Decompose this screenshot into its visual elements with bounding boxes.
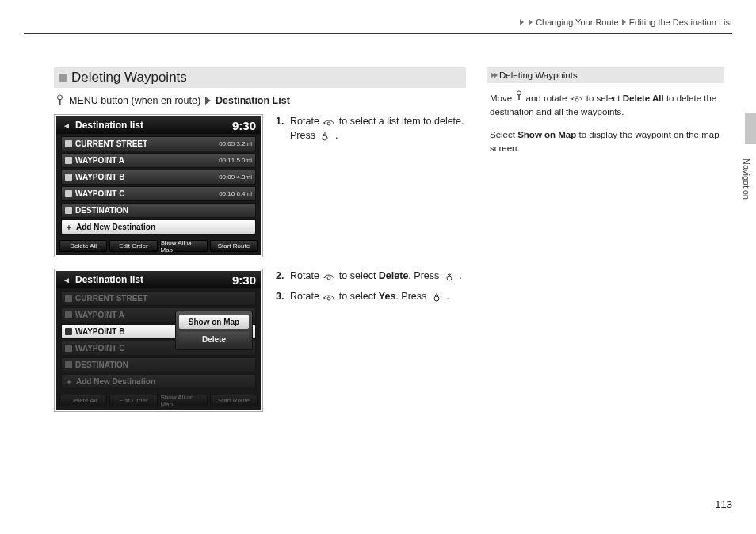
popup-delete: Delete (179, 332, 249, 346)
device-button: Show All on Map (160, 395, 208, 406)
svg-point-2 (327, 122, 330, 125)
rotate-dial-icon (323, 272, 335, 281)
back-icon: ◄ (61, 274, 72, 285)
side-paragraph-2: Select Show on Map to display the waypoi… (490, 128, 721, 156)
svg-point-3 (323, 135, 327, 140)
divider (24, 33, 732, 34)
arrow-right-icon (520, 19, 524, 25)
svg-point-5 (447, 276, 452, 280)
device-button: Edit Order (109, 395, 157, 406)
step-2: 2. Rotate to select Delete. Press . (276, 269, 466, 283)
list-item: WAYPOINT C 00:10 6.4mi (61, 186, 256, 201)
back-icon: ◄ (61, 120, 72, 131)
popup-show-on-map: Show on Map (179, 315, 249, 329)
list-item: CURRENT STREET 00:05 3.2mi (61, 136, 256, 151)
pin-icon (65, 157, 72, 164)
page-number: 113 (715, 498, 732, 510)
arrow-right-icon (205, 97, 211, 105)
svg-rect-1 (59, 99, 61, 105)
device-clock: 9:30 (232, 119, 256, 132)
menu-path-target: Destination List (216, 95, 290, 106)
device-title: Destination list (75, 120, 143, 131)
context-popup: Show on Map Delete (175, 311, 253, 350)
device-screenshot-1: ◄ Destination list 9:30 CURRENT STREET 0… (54, 114, 263, 257)
step-3: 3. Rotate to select Yes. Press . (276, 289, 466, 303)
breadcrumb-item: Editing the Destination List (629, 17, 732, 27)
square-bullet-icon (59, 74, 67, 82)
list-item: ＋ Add New Destination (61, 374, 256, 389)
double-arrow-icon (491, 72, 497, 78)
breadcrumb: Changing Your Route Editing the Destinat… (518, 17, 732, 27)
section-header: Deleting Waypoints (54, 67, 466, 88)
press-dial-icon (319, 132, 331, 141)
svg-point-6 (327, 297, 330, 300)
svg-point-8 (517, 90, 521, 94)
device-button: Edit Order (109, 240, 157, 252)
list-item-add: ＋Add New Destination (61, 219, 256, 235)
device-button: Delete All (59, 240, 107, 252)
svg-rect-9 (518, 94, 520, 100)
pin-icon (65, 207, 72, 214)
interface-dial-icon (514, 90, 523, 101)
step-1: 1. Rotate to select a list item to delet… (276, 114, 466, 143)
menu-path: MENU button (when en route) Destination … (55, 94, 466, 106)
rotate-dial-icon (323, 292, 335, 302)
section-title: Deleting Waypoints (71, 70, 187, 86)
pin-icon (65, 174, 72, 181)
svg-point-4 (327, 277, 330, 280)
device-button: Start Route (210, 240, 258, 252)
list-item: DESTINATION (61, 357, 256, 372)
svg-point-7 (434, 296, 439, 301)
arrow-right-icon (622, 19, 626, 25)
device-clock: 9:30 (232, 273, 256, 287)
pin-icon (65, 140, 72, 147)
menu-path-text: MENU button (when en route) (69, 95, 200, 106)
press-dial-icon (430, 292, 443, 302)
device-title: Destination list (75, 274, 143, 285)
svg-point-10 (575, 98, 578, 101)
press-dial-icon (443, 272, 456, 281)
side-paragraph-1: Move and rotate to select Delete All to … (490, 90, 721, 119)
device-button: Start Route (210, 395, 258, 406)
side-title: Deleting Waypoints (499, 71, 578, 80)
device-screenshot-2: ◄ Destination list 9:30 CURRENT STREET W… (54, 269, 263, 412)
rotate-dial-icon (323, 117, 335, 127)
list-item: WAYPOINT B 00:09 4.3mi (61, 170, 256, 185)
list-item: CURRENT STREET (61, 291, 256, 306)
arrow-right-icon (529, 19, 533, 25)
section-label: Navigation (742, 158, 751, 200)
pin-icon (65, 190, 72, 197)
rotate-dial-icon (571, 93, 583, 103)
thumb-tab (745, 113, 756, 144)
device-button: Show All on Map (160, 240, 208, 252)
list-item: WAYPOINT A 00:11 5.0mi (61, 153, 256, 168)
side-header: Deleting Waypoints (487, 67, 724, 83)
interface-dial-icon (55, 94, 64, 106)
breadcrumb-item: Changing Your Route (536, 17, 619, 27)
device-button: Delete All (59, 395, 107, 406)
list-item: DESTINATION (61, 203, 256, 218)
